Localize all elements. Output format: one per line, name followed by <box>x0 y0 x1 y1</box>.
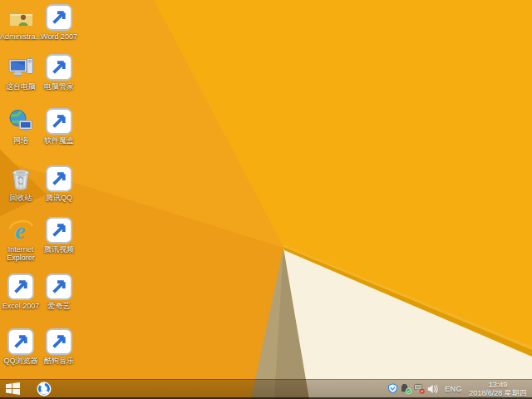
excel-icon: X <box>7 273 34 300</box>
tray-network-disconnected-icon[interactable] <box>413 380 426 397</box>
desktop-icon-pc-manager[interactable]: 电脑管家 <box>32 54 86 91</box>
tray-clock[interactable]: 13:49 2018/6/28 星期四 <box>467 381 529 397</box>
taskbar: ENG 13:49 2018/6/28 星期四 <box>0 379 532 399</box>
shortcut-arrow-icon <box>46 328 72 355</box>
qq-browser-icon <box>36 381 52 397</box>
ie-icon: e <box>7 217 34 244</box>
iqiyi-icon: iQIYI <box>46 273 72 300</box>
tray-pc-manager-icon[interactable] <box>387 380 399 397</box>
desktop-icon-iqiyi[interactable]: iQIYI 爱奇艺 <box>32 273 86 310</box>
desktop-icon-label: 爱奇艺 <box>32 302 86 310</box>
desktop: Administra... W Word 2007 <box>0 0 532 399</box>
desktop-icon-software-box[interactable]: e 软件魔盒 <box>32 108 86 145</box>
computer-icon <box>7 54 34 81</box>
desktop-icon-label: Word 2007 <box>32 32 86 41</box>
tray-volume-icon[interactable] <box>426 380 439 397</box>
user-folder-icon <box>7 4 34 31</box>
desktop-icon-label: 腾讯QQ <box>32 194 86 202</box>
shortcut-arrow-icon <box>46 54 72 81</box>
shortcut-arrow-icon <box>7 273 34 300</box>
shortcut-arrow-icon <box>46 108 72 135</box>
start-button[interactable] <box>0 380 25 397</box>
desktop-icon-label: 软件魔盒 <box>32 136 86 145</box>
shield-check-icon <box>46 54 72 81</box>
play-icon <box>46 217 72 244</box>
box-icon: e <box>46 108 72 135</box>
taskbar-qq-browser-button[interactable] <box>32 380 57 397</box>
globe-monitor-icon <box>7 108 34 135</box>
shortcut-arrow-icon <box>46 4 72 31</box>
qq-penguin-icon <box>46 165 72 192</box>
desktop-icon-label: 腾讯视频 <box>32 245 86 254</box>
desktop-icon-label: 酷狗音乐 <box>32 357 86 365</box>
shortcut-arrow-icon <box>46 165 72 192</box>
tray-date: 2018/6/28 星期四 <box>467 389 529 397</box>
qq-browser-icon <box>7 328 34 355</box>
recycle-bin-icon <box>7 165 34 192</box>
word-icon: W <box>46 4 72 31</box>
desktop-icon-tencent-video[interactable]: 腾讯视频 <box>32 217 86 254</box>
shortcut-arrow-icon <box>7 328 34 355</box>
shortcut-arrow-icon <box>46 273 72 300</box>
desktop-icon-word-2007[interactable]: W Word 2007 <box>32 4 86 41</box>
tray-device-safely-remove-icon[interactable] <box>400 380 412 397</box>
windows-logo-icon <box>6 382 20 395</box>
desktop-icon-tencent-qq[interactable]: 腾讯QQ <box>32 165 86 202</box>
shortcut-arrow-icon <box>46 217 72 244</box>
language-indicator[interactable]: ENG <box>445 385 462 393</box>
tray-time: 13:49 <box>467 381 529 389</box>
desktop-icon-label: 电脑管家 <box>32 82 86 91</box>
system-tray: ENG 13:49 2018/6/28 星期四 <box>387 380 532 397</box>
kugou-icon: K <box>46 328 72 355</box>
desktop-icon-kugou-music[interactable]: K 酷狗音乐 <box>32 328 86 365</box>
